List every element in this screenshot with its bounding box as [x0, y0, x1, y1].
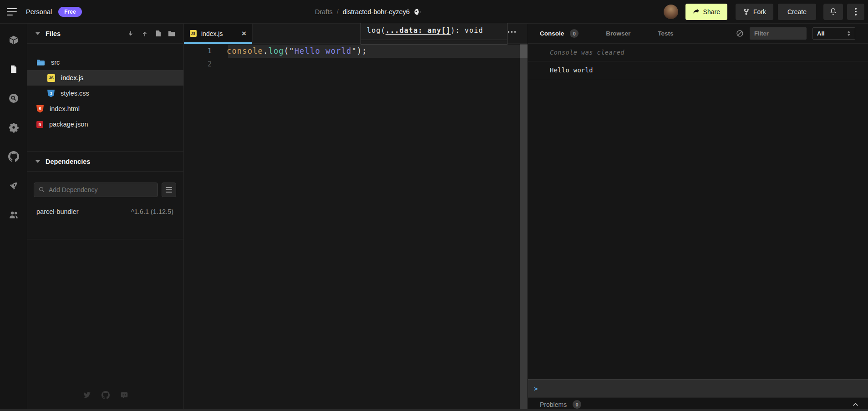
explorer-file-icon[interactable]	[8, 63, 20, 75]
file-tree: src JS index.js 3 styles.css 5 index.htm…	[27, 44, 183, 132]
code-area[interactable]: 1 console.log("Hello world"); 2	[184, 44, 528, 71]
user-avatar[interactable]	[664, 5, 678, 19]
editor-pane: JS index.js × 1 console.log("Hello world…	[184, 24, 528, 411]
tab-tests[interactable]: Tests	[658, 30, 673, 37]
files-header: Files	[27, 24, 183, 44]
code-line-2: 2	[184, 58, 528, 71]
new-folder-icon[interactable]	[168, 30, 175, 37]
javascript-file-icon: JS	[47, 74, 55, 82]
live-users-icon[interactable]	[8, 209, 20, 221]
dependency-menu-button[interactable]	[162, 183, 176, 197]
more-options-button[interactable]	[847, 4, 864, 20]
topbar-actions: Share Fork Create	[664, 4, 868, 20]
console-output: Console was cleared Hello world	[528, 44, 868, 379]
javascript-file-icon: JS	[190, 30, 197, 37]
settings-gear-icon[interactable]	[8, 122, 20, 133]
problems-count-badge: 0	[573, 400, 581, 409]
dependencies-title: Dependencies	[46, 158, 175, 165]
create-button[interactable]: Create	[778, 4, 816, 20]
breadcrumb-drafts[interactable]: Drafts	[315, 8, 333, 15]
file-row-styles-css[interactable]: 3 styles.css	[27, 86, 183, 101]
twitter-icon[interactable]	[83, 391, 91, 399]
bottom-status-strip	[0, 409, 868, 411]
dependency-version: ^1.6.1 (1.12.5)	[131, 208, 173, 215]
breadcrumb-separator: /	[337, 8, 339, 15]
file-row-index-html[interactable]: 5 index.html	[27, 101, 183, 117]
code-line-1: 1 console.log("Hello world");	[184, 45, 528, 58]
activity-bar	[0, 24, 27, 411]
new-file-icon[interactable]	[155, 30, 161, 37]
files-panel: Files src JS index.js	[27, 24, 184, 411]
dependency-row: parcel-bundler ^1.6.1 (1.12.5)	[34, 208, 176, 215]
plan-badge: Free	[58, 7, 81, 17]
file-row-src[interactable]: src	[27, 55, 183, 70]
bell-icon	[829, 8, 837, 15]
close-tab-icon[interactable]: ×	[242, 30, 246, 37]
dependencies-header: Dependencies	[27, 152, 183, 172]
css-file-icon: 3	[47, 90, 55, 97]
token-log: log	[268, 46, 284, 56]
breadcrumb: Drafts / distracted-bohr-eyzey6	[315, 0, 421, 24]
tab-console[interactable]: Console 0	[540, 29, 579, 38]
menu-icon[interactable]	[7, 8, 17, 15]
console-filter-input[interactable]	[750, 27, 807, 40]
hover-tooltip: log(...data: any[]): void	[360, 23, 508, 45]
line-number: 1	[184, 45, 212, 58]
file-row-index-js[interactable]: JS index.js	[27, 70, 183, 86]
clear-console-icon[interactable]	[736, 30, 744, 37]
console-count-badge: 0	[570, 29, 579, 38]
share-button[interactable]: Share	[685, 4, 727, 20]
scrollbar-thumb[interactable]	[520, 45, 528, 58]
workspace-name[interactable]: Personal	[26, 8, 52, 15]
dependency-name[interactable]: parcel-bundler	[36, 208, 79, 215]
token-console: console	[227, 46, 263, 56]
collapse-dependencies-chevron-icon[interactable]	[36, 160, 40, 163]
panel-resize-handle[interactable]	[520, 44, 528, 411]
download-icon[interactable]	[127, 30, 134, 37]
tab-browser[interactable]: Browser	[606, 30, 630, 37]
add-dependency-input[interactable]	[34, 183, 158, 197]
deployment-rocket-icon[interactable]	[8, 180, 20, 192]
sandbox-title[interactable]: distracted-bohr-eyzey6	[343, 8, 410, 15]
notifications-button[interactable]	[823, 4, 843, 20]
discord-icon[interactable]	[120, 391, 128, 399]
upload-icon[interactable]	[141, 30, 148, 37]
chevron-up-icon[interactable]	[853, 402, 858, 406]
console-row-log[interactable]: Hello world	[528, 61, 868, 79]
devtools-panel: Console 0 Browser Tests All Console was …	[528, 24, 868, 411]
social-links	[83, 391, 128, 399]
search-icon[interactable]	[8, 92, 20, 104]
ellipsis-icon	[508, 31, 510, 33]
fork-icon	[743, 8, 750, 15]
npm-file-icon: n	[36, 121, 43, 128]
line-number: 2	[184, 58, 212, 71]
devtools-tab-bar: Console 0 Browser Tests All	[528, 24, 868, 44]
tab-index-js[interactable]: JS index.js ×	[184, 24, 253, 43]
dependencies-section: Dependencies parcel-bundler ^1.6.1 (1.12…	[27, 151, 183, 239]
prompt-chevron-icon: >	[534, 385, 538, 392]
select-arrows-icon	[847, 30, 851, 36]
token-string: Hello world	[294, 46, 352, 56]
log-level-select[interactable]: All	[812, 27, 855, 40]
github-icon[interactable]	[8, 151, 20, 162]
github-icon[interactable]	[102, 391, 110, 399]
collapse-files-chevron-icon[interactable]	[36, 32, 40, 35]
console-row-cleared: Console was cleared	[528, 44, 868, 61]
privacy-globe-icon[interactable]	[414, 8, 421, 15]
share-icon	[693, 8, 700, 15]
editor-more-button[interactable]	[508, 31, 516, 33]
files-title: Files	[46, 30, 127, 37]
console-input-row[interactable]: >	[528, 379, 868, 397]
hover-parameter: ...data: any[]	[386, 26, 451, 35]
kebab-icon	[855, 8, 857, 10]
sandbox-cube-icon[interactable]	[8, 34, 20, 46]
hamburger-icon	[166, 187, 172, 188]
top-bar: Personal Free Drafts / distracted-bohr-e…	[0, 0, 868, 24]
fork-button[interactable]: Fork	[736, 4, 773, 20]
search-icon	[38, 186, 45, 193]
html-file-icon: 5	[36, 105, 44, 113]
file-row-package-json[interactable]: n package.json	[27, 117, 183, 132]
folder-icon	[36, 59, 45, 66]
